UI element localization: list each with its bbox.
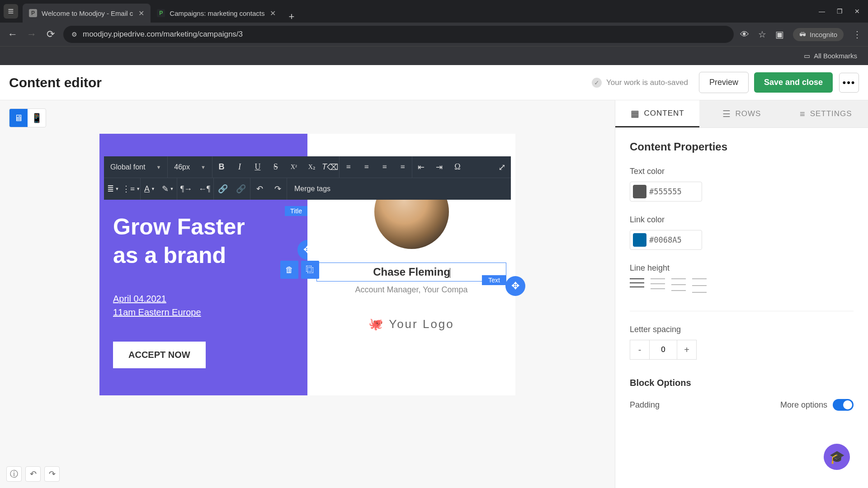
underline-button[interactable]: U: [249, 156, 267, 178]
color-swatch: [633, 185, 646, 198]
info-button[interactable]: ⓘ: [6, 466, 22, 482]
delete-block-button[interactable]: 🗑: [280, 261, 298, 279]
more-menu-button[interactable]: •••: [839, 73, 859, 93]
reload-button[interactable]: ⟳: [44, 28, 57, 40]
date-text[interactable]: April 04.2021 11am Eastern Europe: [99, 278, 307, 319]
minimize-icon[interactable]: —: [819, 8, 825, 15]
desktop-view-button[interactable]: 🖥: [9, 109, 28, 127]
clear-format-button[interactable]: T⌫: [321, 156, 339, 178]
italic-button[interactable]: I: [231, 156, 249, 178]
block-type-label: Text: [482, 275, 506, 285]
move-handle-icon[interactable]: ✥: [505, 276, 525, 296]
favicon: P: [29, 9, 37, 17]
panel-icon[interactable]: ▣: [775, 29, 784, 40]
site-settings-icon[interactable]: ⚙: [71, 31, 77, 38]
subscript-button[interactable]: X₂: [303, 156, 321, 178]
special-char-button[interactable]: Ω: [448, 156, 467, 178]
chevron-down-icon: ▼: [201, 164, 206, 170]
increment-button[interactable]: +: [677, 340, 697, 360]
kebab-icon[interactable]: ⋮: [853, 29, 862, 40]
undo-button[interactable]: ↶: [250, 178, 269, 200]
merge-tags-button[interactable]: Merge tags: [287, 185, 338, 193]
browser-tab[interactable]: P Campaigns: marketing contacts ✕: [151, 4, 282, 23]
letter-spacing-input[interactable]: [650, 340, 677, 360]
align-center-button[interactable]: ≡: [358, 156, 376, 178]
line-height-option[interactable]: [630, 278, 644, 287]
color-value: #0068A5: [649, 235, 687, 244]
back-button[interactable]: ←: [6, 28, 19, 40]
block-type-label: Title: [285, 206, 307, 216]
preview-button[interactable]: Preview: [699, 72, 749, 93]
superscript-button[interactable]: X²: [285, 156, 303, 178]
unlink-button[interactable]: 🔗: [232, 178, 250, 200]
unordered-list-button[interactable]: ⋮≡▼: [122, 178, 140, 200]
new-tab-button[interactable]: +: [282, 11, 301, 23]
bookmarks-bar: ▭ All Bookmarks: [0, 46, 868, 65]
url-input[interactable]: ⚙ moodjoy.pipedrive.com/marketing/campai…: [63, 26, 734, 43]
tab-title: Campaigns: marketing contacts: [170, 9, 264, 17]
indent-button[interactable]: ⇥: [430, 156, 448, 178]
ordered-list-button[interactable]: ≣▼: [104, 178, 122, 200]
redo-button[interactable]: ↷: [269, 178, 287, 200]
color-swatch: [633, 233, 646, 247]
mobile-view-button[interactable]: 📱: [28, 109, 46, 127]
bookmark-star-icon[interactable]: ☆: [758, 29, 766, 40]
panel-heading: Content Properties: [630, 141, 854, 153]
forward-button[interactable]: →: [25, 28, 38, 40]
browser-menu-button[interactable]: ≡: [4, 4, 18, 19]
logo-placeholder[interactable]: 🐙 Your Logo: [316, 317, 506, 331]
save-and-close-button[interactable]: Save and close: [754, 72, 833, 93]
incognito-badge[interactable]: 🕶 Incognito: [793, 28, 844, 41]
align-justify-button[interactable]: ≡: [394, 156, 412, 178]
line-height-option[interactable]: [671, 278, 686, 291]
canvas-tools: ⓘ ↶ ↷: [6, 466, 60, 482]
folder-icon: ▭: [804, 52, 810, 60]
logo-icon: 🐙: [368, 317, 384, 331]
tab-rows[interactable]: ☰ ROWS: [699, 100, 783, 127]
rows-icon: ☰: [722, 108, 731, 119]
text-color-picker[interactable]: #555555: [630, 182, 702, 202]
line-height-option[interactable]: [651, 278, 665, 289]
tab-title: Welcome to Moodjoy - Email c: [42, 9, 133, 17]
tab-settings[interactable]: ≡ SETTINGS: [784, 100, 868, 127]
line-height-option[interactable]: [692, 278, 707, 293]
link-color-picker[interactable]: #0068A5: [630, 230, 702, 250]
properties-panel: ▦ CONTENT ☰ ROWS ≡ SETTINGS Content Prop…: [615, 100, 868, 488]
bold-button[interactable]: B: [212, 156, 231, 178]
outdent-button[interactable]: ⇤: [412, 156, 430, 178]
browser-tab[interactable]: P Welcome to Moodjoy - Email c ✕: [23, 4, 151, 23]
highlight-button[interactable]: ✎▼: [159, 178, 177, 200]
font-family-select[interactable]: Global font▼: [104, 156, 168, 178]
cta-button[interactable]: ACCEPT NOW: [113, 342, 206, 368]
close-icon[interactable]: ✕: [138, 9, 144, 18]
all-bookmarks-link[interactable]: All Bookmarks: [814, 52, 857, 60]
text-color-button[interactable]: A▼: [141, 178, 159, 200]
decrement-button[interactable]: -: [630, 340, 650, 360]
close-icon[interactable]: ✕: [270, 9, 276, 18]
person-name-text[interactable]: Chase Fleming: [316, 263, 506, 282]
strike-button[interactable]: S: [267, 156, 285, 178]
url-text: moodjoy.pipedrive.com/marketing/campaign…: [83, 30, 243, 39]
more-options-label: More options: [780, 400, 827, 410]
headline-text[interactable]: Grow Faster as a brand: [99, 134, 307, 278]
chevron-down-icon: ▼: [156, 164, 161, 170]
help-fab[interactable]: 🎓: [824, 444, 850, 470]
grid-icon: ▦: [631, 108, 640, 119]
rtl-button[interactable]: ←¶: [195, 178, 213, 200]
maximize-icon[interactable]: ❐: [837, 8, 843, 15]
align-left-button[interactable]: ≡: [340, 156, 358, 178]
color-value: #555555: [649, 187, 687, 196]
align-right-button[interactable]: ≡: [376, 156, 394, 178]
eye-off-icon[interactable]: 👁: [740, 29, 749, 40]
link-button[interactable]: 🔗: [214, 178, 232, 200]
person-role-text[interactable]: Account Manager, Your Compa: [316, 285, 506, 295]
tab-content[interactable]: ▦ CONTENT: [615, 100, 699, 127]
collapse-toolbar-button[interactable]: ⤢: [493, 162, 511, 173]
ltr-button[interactable]: ¶→: [177, 178, 195, 200]
close-icon[interactable]: ✕: [854, 8, 860, 15]
more-options-toggle[interactable]: [833, 399, 854, 411]
redo-button[interactable]: ↷: [44, 466, 60, 482]
font-size-select[interactable]: 46px▼: [168, 156, 212, 178]
app-header: Content editor ✓ Your work is auto-saved…: [0, 65, 868, 100]
undo-button[interactable]: ↶: [25, 466, 41, 482]
